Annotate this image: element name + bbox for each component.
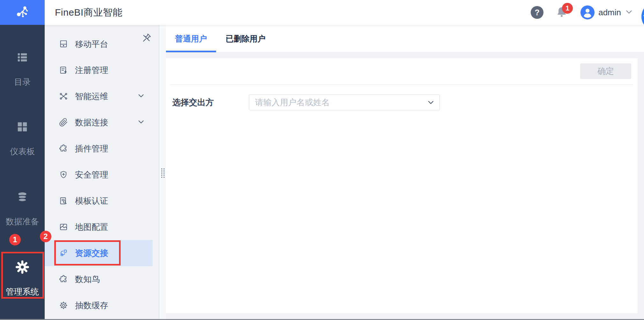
menu-item-extract-cache[interactable]: 抽数缓存 [45,292,153,318]
handover-user-select[interactable] [249,94,440,110]
username: admin [598,8,621,18]
confirm-button[interactable]: 确定 [580,63,631,79]
tab-bar: 普通用户 已删除用户 [166,25,644,53]
menu-item-data-connection[interactable]: 数据连接 [45,109,153,135]
header-actions: ? 1 admin [531,0,633,25]
menu-item-label: 移动平台 [75,40,108,50]
database-icon [16,191,29,203]
menu-item-label: 地图配置 [75,222,108,233]
help-icon[interactable]: ? [531,6,543,19]
menu-item-plugin-mgmt[interactable]: 插件管理 [45,135,153,162]
menu-item-intelligent-ops[interactable]: 智能运维 [45,83,153,109]
tab-normal-users[interactable]: 普通用户 [166,25,216,52]
chevron-down-icon[interactable] [427,98,435,107]
annotation-step-2-badge: 2 [40,231,51,242]
puzzle-icon [59,144,68,153]
menu-item-label: 数据连接 [75,117,108,128]
chevron-down-icon [625,8,633,17]
sidebar-item-directory[interactable]: 目录 [0,51,45,88]
app-logo[interactable] [0,0,45,25]
sidebar-resize-gutter [160,25,166,320]
bell-icon [556,14,568,20]
avatar [580,5,595,19]
register-doc-icon [59,66,68,75]
menu-item-label: 安全管理 [75,169,108,180]
menu-item-register-mgmt[interactable]: 注册管理 [45,57,153,83]
menu-item-label: 注册管理 [75,65,108,76]
form-label: 选择交出方 [172,97,249,108]
notification-bell[interactable]: 1 [556,5,568,19]
molecule-network-icon [14,4,31,21]
list-icon [16,51,28,64]
puzzle-icon [59,275,68,284]
annotation-step-1-badge: 1 [9,234,21,245]
annotation-box-admin-system [1,252,44,299]
top-header: FineBI商业智能 ? 1 [0,0,644,25]
chevron-down-icon [137,92,145,101]
admin-menu-sidebar: 移动平台 注册管理 智能运维 [45,25,159,320]
gear-outline-icon [59,301,68,310]
menu-item-template-cert[interactable]: 模板认证 [45,188,153,214]
menu-item-mobile-platform[interactable]: 移动平台 [45,40,153,57]
app-window: FineBI商业智能 ? 1 [0,0,644,320]
paperclip-icon [59,118,68,127]
panel-toolbar: 确定 [170,58,633,85]
menu-item-label: 数知鸟 [75,274,100,285]
sidebar-item-label: 数据准备 [6,216,39,227]
chevron-down-icon [137,118,145,127]
user-menu[interactable]: admin [580,5,633,19]
main-content: 普通用户 已删除用户 确定 选择交出方 [166,25,644,320]
shield-plus-icon [59,170,68,179]
admin-menu-list: 移动平台 注册管理 智能运维 [45,40,159,320]
menu-item-shuzhiniao[interactable]: 数知鸟 [45,266,153,292]
ops-network-icon [59,92,68,101]
menu-item-label: 模板认证 [75,195,108,207]
tab-deleted-users[interactable]: 已删除用户 [226,25,266,52]
dashboard-grid-icon [16,120,28,133]
mobile-icon [59,40,68,48]
notification-badge: 1 [562,3,573,14]
drag-handle[interactable] [161,168,165,180]
menu-item-map-config[interactable]: 地图配置 [45,214,153,240]
menu-item-label: 抽数缓存 [75,300,108,311]
menu-item-label: 智能运维 [75,91,108,102]
menu-item-security-mgmt[interactable]: 安全管理 [45,162,153,188]
handover-form-row: 选择交出方 [166,94,638,110]
menu-item-label: 插件管理 [75,143,108,154]
app-title: FineBI商业智能 [55,6,123,19]
sidebar-item-dashboard[interactable]: 仪表板 [0,120,45,157]
map-image-icon [59,222,68,231]
handover-user-input[interactable] [249,94,440,110]
doc-search-icon [59,196,68,205]
sidebar-item-label: 仪表板 [10,146,35,157]
sidebar-item-data-prep[interactable]: 数据准备 [0,191,45,227]
annotation-box-resource-handover [54,240,121,265]
handover-panel: 确定 选择交出方 [166,58,638,313]
sidebar-item-label: 目录 [14,76,31,88]
